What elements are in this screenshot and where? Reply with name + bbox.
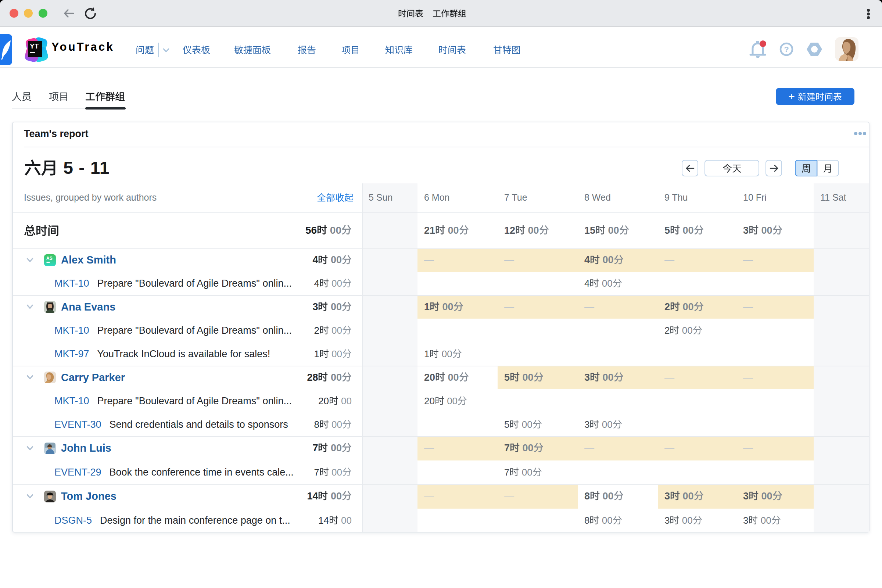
svg-text:YT: YT [30, 42, 39, 50]
svg-text:AS: AS [46, 256, 52, 261]
svg-text:?: ? [784, 45, 789, 54]
